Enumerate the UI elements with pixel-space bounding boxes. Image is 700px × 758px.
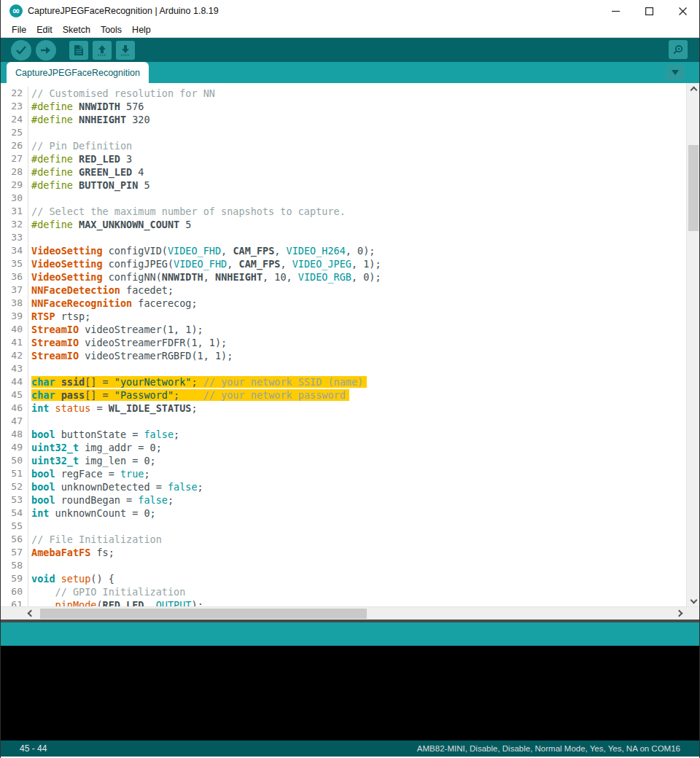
tab-capturejpegfacerecognition[interactable]: CaptureJPEGFaceRecognition bbox=[7, 62, 149, 83]
line-number: 27 bbox=[1, 152, 28, 165]
save-button[interactable] bbox=[116, 41, 135, 60]
upload-button[interactable] bbox=[36, 40, 56, 60]
code-line: 43 bbox=[1, 362, 686, 375]
code-line: 24#define NNHEIGHT 320 bbox=[1, 113, 686, 126]
code-text bbox=[28, 362, 31, 375]
code-line: 51bool regFace = true; bbox=[1, 467, 686, 480]
scroll-up-arrow-icon[interactable] bbox=[687, 83, 699, 95]
menu-sketch[interactable]: Sketch bbox=[58, 23, 96, 36]
code-text: AmebaFatFS fs; bbox=[28, 546, 114, 559]
code-line: 42StreamIO videoStreamerRGBFD(1, 1); bbox=[1, 349, 686, 362]
scroll-left-arrow-icon[interactable] bbox=[28, 611, 34, 616]
code-line: 31// Select the maximum number of snapsh… bbox=[1, 205, 686, 218]
code-line: 23#define NNWIDTH 576 bbox=[1, 100, 686, 113]
line-number: 37 bbox=[1, 284, 28, 297]
code-text: char ssid[] = "yourNetwork"; // your net… bbox=[28, 375, 367, 388]
tab-list-dropdown-button[interactable] bbox=[666, 65, 685, 80]
code-line: 26// Pin Definition bbox=[1, 139, 686, 152]
vertical-scrollbar-thumb[interactable] bbox=[688, 145, 699, 231]
vertical-scrollbar[interactable] bbox=[686, 83, 699, 606]
code-line: 30 bbox=[1, 192, 686, 205]
code-text: #define MAX_UNKNOWN_COUNT 5 bbox=[28, 218, 191, 231]
line-number: 45 bbox=[1, 388, 28, 402]
maximize-button[interactable] bbox=[632, 0, 666, 22]
line-number: 55 bbox=[1, 520, 28, 533]
code-text: void setup() { bbox=[28, 572, 114, 585]
code-text: #define BUTTON_PIN 5 bbox=[28, 179, 150, 192]
code-line: 28#define GREEN_LED 4 bbox=[1, 165, 686, 179]
code-line: 35VideoSetting configJPEG(VIDEO_FHD, CAM… bbox=[1, 257, 686, 270]
code-line: 45char pass[] = "Password"; // your netw… bbox=[1, 388, 686, 402]
code-text: #define RED_LED 3 bbox=[28, 152, 132, 165]
line-number: 40 bbox=[1, 323, 28, 336]
scroll-down-arrow-icon[interactable] bbox=[687, 595, 699, 606]
code-text: // Select the maximum number of snapshot… bbox=[28, 205, 346, 218]
code-text bbox=[28, 231, 31, 244]
code-text bbox=[28, 520, 31, 533]
new-sketch-button[interactable] bbox=[69, 41, 88, 60]
menu-file[interactable]: File bbox=[7, 23, 31, 36]
line-number: 38 bbox=[1, 297, 28, 310]
serial-monitor-button[interactable] bbox=[669, 40, 688, 59]
line-number: 44 bbox=[1, 375, 28, 388]
code-text: bool unknownDetected = false; bbox=[28, 480, 203, 493]
status-bar: 45 - 44 AMB82-MINI, Disable, Disable, No… bbox=[1, 741, 699, 757]
cursor-position: 45 - 44 bbox=[20, 743, 47, 754]
menu-help[interactable]: Help bbox=[127, 23, 156, 36]
scroll-right-arrow-icon[interactable] bbox=[677, 611, 682, 616]
minimize-button[interactable] bbox=[599, 0, 632, 22]
code-line: 58 bbox=[1, 559, 686, 572]
close-button[interactable] bbox=[666, 0, 699, 22]
line-number: 29 bbox=[1, 179, 28, 192]
line-number: 48 bbox=[1, 428, 28, 441]
code-line: 29#define BUTTON_PIN 5 bbox=[1, 179, 686, 192]
code-editor[interactable]: 22// Customised resolution for NN23#defi… bbox=[1, 83, 699, 606]
code-line: 48bool buttonState = false; bbox=[1, 428, 686, 441]
code-text: // File Initialization bbox=[28, 533, 162, 546]
menu-edit[interactable]: Edit bbox=[31, 23, 58, 36]
title-bar: ∞ CaptureJPEGFaceRecognition | Arduino 1… bbox=[1, 0, 699, 22]
window-controls bbox=[599, 0, 699, 22]
open-button[interactable] bbox=[93, 41, 112, 60]
code-text: RTSP rtsp; bbox=[28, 310, 90, 323]
check-icon bbox=[16, 46, 26, 55]
code-text: uint32_t img_len = 0; bbox=[28, 454, 156, 467]
line-number: 30 bbox=[1, 192, 28, 205]
line-number: 52 bbox=[1, 480, 28, 493]
code-text: int status = WL_IDLE_STATUS; bbox=[28, 402, 198, 415]
code-line: 47 bbox=[1, 415, 686, 428]
line-number: 36 bbox=[1, 270, 28, 284]
status-message-strip bbox=[1, 622, 699, 646]
code-text: pinMode(RED_LED, OUTPUT); bbox=[28, 598, 203, 606]
code-line: 40StreamIO videoStreamer(1, 1); bbox=[1, 323, 686, 336]
code-text bbox=[28, 415, 31, 428]
line-number: 22 bbox=[1, 87, 28, 100]
code-line: 57AmebaFatFS fs; bbox=[1, 546, 686, 559]
line-number: 25 bbox=[1, 126, 28, 139]
code-line: 41StreamIO videoStreamerFDFR(1, 1); bbox=[1, 336, 686, 349]
line-number: 50 bbox=[1, 454, 28, 467]
window-title: CaptureJPEGFaceRecognition | Arduino 1.8… bbox=[28, 6, 219, 16]
line-number: 31 bbox=[1, 205, 28, 218]
horizontal-scrollbar-thumb[interactable] bbox=[40, 609, 367, 619]
line-number: 43 bbox=[1, 362, 28, 375]
line-number: 60 bbox=[1, 585, 28, 598]
line-number: 53 bbox=[1, 493, 28, 507]
verify-button[interactable] bbox=[11, 40, 31, 60]
selection-highlight: char pass[] = "Password"; // your networ… bbox=[31, 389, 349, 401]
code-text: #define NNWIDTH 576 bbox=[28, 100, 144, 113]
menu-tools[interactable]: Tools bbox=[96, 23, 127, 36]
code-lines: 22// Customised resolution for NN23#defi… bbox=[1, 87, 686, 606]
line-number: 51 bbox=[1, 467, 28, 480]
code-text: NNFaceDetection facedet; bbox=[28, 284, 174, 297]
arrow-up-icon bbox=[96, 44, 108, 56]
code-line: 60 // GPIO Initialization bbox=[1, 585, 686, 598]
code-line: 52bool unknownDetected = false; bbox=[1, 480, 686, 493]
menu-bar: File Edit Sketch Tools Help bbox=[1, 22, 699, 38]
horizontal-scrollbar[interactable] bbox=[1, 606, 699, 620]
line-number: 58 bbox=[1, 559, 28, 572]
code-line: 55 bbox=[1, 520, 686, 533]
tab-label: CaptureJPEGFaceRecognition bbox=[15, 68, 140, 78]
line-number: 47 bbox=[1, 415, 28, 428]
code-line: 46int status = WL_IDLE_STATUS; bbox=[1, 402, 686, 415]
